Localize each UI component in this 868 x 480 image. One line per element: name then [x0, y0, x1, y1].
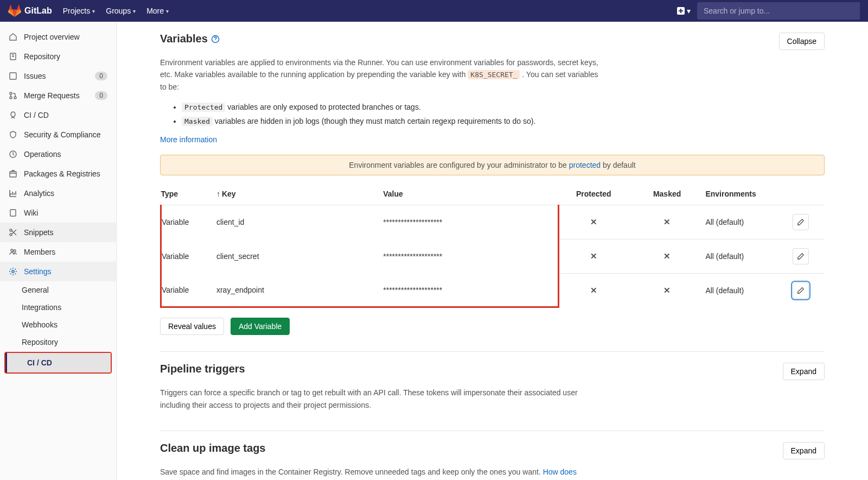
settings-sub-general[interactable]: General: [0, 281, 116, 299]
sidebar-item-project-overview[interactable]: Project overview: [0, 27, 116, 47]
settings-sub-webhooks[interactable]: Webhooks: [0, 316, 116, 333]
home-icon: [9, 33, 17, 41]
search-input[interactable]: [697, 2, 860, 20]
rocket-icon: [9, 111, 17, 119]
main-content: Variables Collapse Environment variables…: [117, 22, 868, 480]
package-icon: [9, 169, 17, 178]
triggers-description: Triggers can force a specific branch or …: [160, 387, 605, 411]
sort-arrow-icon: ↑: [216, 190, 220, 198]
pencil-icon: [797, 287, 805, 294]
table-row: Variable xray_endpoint *****************…: [161, 273, 825, 307]
settings-sub-repository[interactable]: Repository: [0, 333, 116, 351]
brand-text: GitLab: [24, 6, 52, 16]
book-icon: [9, 209, 17, 217]
sidebar-item-security[interactable]: Security & Compliance: [0, 125, 116, 144]
col-type: Type: [161, 182, 216, 205]
col-value: Value: [383, 182, 514, 205]
svg-point-5: [14, 97, 16, 99]
help-icon[interactable]: [211, 35, 220, 43]
top-header: GitLab Projects▾ Groups▾ More▾ ▾: [0, 0, 868, 22]
chart-icon: [9, 189, 17, 198]
top-nav: Projects▾ Groups▾ More▾: [63, 7, 169, 15]
x-icon: ✕: [663, 251, 671, 261]
col-masked: Masked: [634, 182, 706, 205]
svg-point-12: [14, 250, 16, 252]
sidebar-item-members[interactable]: Members: [0, 242, 116, 262]
sidebar-item-wiki[interactable]: Wiki: [0, 203, 116, 223]
edit-variable-button[interactable]: [793, 282, 809, 299]
plus-icon: [677, 7, 685, 15]
sidebar-item-repository[interactable]: Repository: [0, 47, 116, 66]
protected-link[interactable]: protected: [569, 161, 601, 169]
sidebar-item-merge-requests[interactable]: Merge Requests0: [0, 86, 116, 105]
sidebar-item-cicd[interactable]: CI / CD: [0, 105, 116, 125]
create-new-button[interactable]: ▾: [677, 7, 691, 15]
members-icon: [9, 248, 17, 256]
triggers-title: Pipeline triggers: [160, 363, 245, 375]
svg-point-13: [12, 270, 14, 273]
sidebar-item-packages[interactable]: Packages & Registries: [0, 164, 116, 184]
svg-point-3: [10, 92, 12, 94]
x-icon: ✕: [663, 217, 671, 226]
nav-groups[interactable]: Groups▾: [106, 7, 136, 15]
edit-variable-button[interactable]: [793, 248, 809, 264]
expand-triggers-button[interactable]: Expand: [783, 363, 825, 380]
shield-icon: [9, 130, 17, 139]
chevron-down-icon: ▾: [133, 8, 136, 14]
sidebar-item-settings[interactable]: Settings: [0, 262, 116, 281]
settings-sub-cicd[interactable]: CI / CD: [5, 353, 111, 372]
merge-icon: [9, 91, 17, 100]
sidebar-item-issues[interactable]: Issues0: [0, 66, 116, 86]
expand-cleanup-button[interactable]: Expand: [783, 442, 825, 459]
sidebar-item-snippets[interactable]: Snippets: [0, 223, 116, 242]
svg-rect-2: [10, 73, 16, 79]
svg-point-9: [10, 229, 12, 231]
sidebar: Project overview Repository Issues0 Merg…: [0, 22, 117, 480]
gitlab-icon: [8, 4, 21, 17]
svg-point-11: [11, 249, 13, 251]
section-variables: Variables Collapse Environment variables…: [160, 33, 825, 351]
header-right: ▾: [677, 2, 860, 20]
x-icon: ✕: [590, 217, 597, 226]
sidebar-item-operations[interactable]: Operations: [0, 144, 116, 164]
svg-rect-8: [10, 210, 16, 216]
chevron-down-icon: ▾: [687, 7, 691, 15]
pencil-icon: [797, 252, 805, 260]
nav-projects[interactable]: Projects▾: [63, 7, 95, 15]
section-cleanup: Clean up image tags Expand Save space an…: [160, 431, 825, 480]
issues-badge: 0: [95, 72, 107, 80]
reveal-values-button[interactable]: Reveal values: [160, 318, 224, 335]
col-environments: Environments: [705, 182, 793, 205]
chevron-down-icon: ▾: [166, 8, 169, 14]
issues-icon: [9, 72, 17, 80]
svg-point-10: [10, 233, 12, 236]
edit-variable-button[interactable]: [793, 214, 809, 230]
chevron-down-icon: ▾: [92, 8, 95, 14]
scissors-icon: [9, 228, 17, 237]
variable-actions: Reveal values Add Variable: [160, 318, 825, 335]
x-icon: ✕: [590, 286, 597, 295]
more-information-link[interactable]: More information: [160, 135, 217, 144]
variables-description: Environment variables are applied to env…: [160, 56, 605, 93]
x-icon: ✕: [663, 286, 671, 295]
file-icon: [9, 52, 17, 61]
collapse-button[interactable]: Collapse: [779, 33, 825, 50]
admin-banner: Environment variables are configured by …: [160, 155, 825, 175]
page-body: Project overview Repository Issues0 Merg…: [0, 22, 868, 480]
settings-sub-integrations[interactable]: Integrations: [0, 299, 116, 316]
gitlab-logo[interactable]: GitLab: [8, 4, 52, 17]
table-row: Variable client_secret *****************…: [161, 239, 825, 273]
col-key[interactable]: ↑Key: [216, 182, 383, 205]
x-icon: ✕: [590, 251, 597, 261]
variables-title: Variables: [160, 33, 220, 45]
nav-more[interactable]: More▾: [146, 7, 169, 15]
operations-icon: [9, 150, 17, 159]
col-protected: Protected: [559, 182, 634, 205]
cleanup-description: Save space and find images in the Contai…: [160, 466, 605, 480]
gear-icon: [9, 267, 17, 276]
add-variable-button[interactable]: Add Variable: [231, 318, 290, 335]
variables-table: Type ↑Key Value Protected Masked Environ…: [160, 182, 825, 308]
sidebar-item-analytics[interactable]: Analytics: [0, 184, 116, 203]
cleanup-title: Clean up image tags: [160, 442, 266, 454]
svg-point-4: [10, 97, 12, 99]
